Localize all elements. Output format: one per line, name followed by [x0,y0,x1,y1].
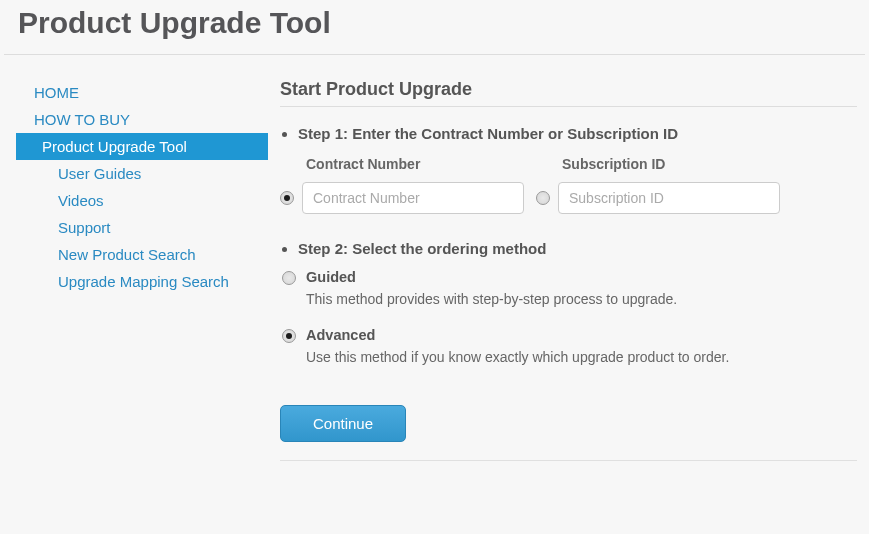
guided-text: Guided This method provides with step-by… [306,269,677,307]
main-content: Start Product Upgrade Step 1: Enter the … [280,79,869,461]
contract-label: Contract Number [304,156,524,172]
advanced-text: Advanced Use this method if you know exa… [306,327,729,365]
guided-name: Guided [306,269,677,285]
advanced-name: Advanced [306,327,729,343]
sidebar: HOME HOW TO BUY Product Upgrade Tool Use… [0,79,280,461]
guided-radio[interactable] [282,271,296,285]
bottom-divider [280,460,857,461]
subscription-input[interactable] [558,182,780,214]
subscription-group: Subscription ID [536,156,780,214]
method-guided[interactable]: Guided This method provides with step-by… [282,271,861,307]
main-container: HOME HOW TO BUY Product Upgrade Tool Use… [0,55,869,461]
subscription-radio[interactable] [536,191,550,205]
contract-radio[interactable] [280,191,294,205]
continue-button[interactable]: Continue [280,405,406,442]
page-title: Product Upgrade Tool [0,0,869,54]
section-heading: Start Product Upgrade [280,79,857,107]
method-advanced[interactable]: Advanced Use this method if you know exa… [282,329,861,365]
subscription-label: Subscription ID [560,156,780,172]
sidebar-item-product-upgrade-tool[interactable]: Product Upgrade Tool [16,133,268,160]
advanced-radio[interactable] [282,329,296,343]
sidebar-item-how-to-buy[interactable]: HOW TO BUY [20,106,280,133]
sidebar-item-upgrade-mapping-search[interactable]: Upgrade Mapping Search [20,268,280,295]
step-1-heading: Step 1: Enter the Contract Number or Sub… [298,125,861,142]
sidebar-item-user-guides[interactable]: User Guides [20,160,280,187]
contract-group: Contract Number [280,156,524,214]
step-2-heading: Step 2: Select the ordering method [298,240,861,257]
sidebar-item-home[interactable]: HOME [20,79,280,106]
sidebar-item-support[interactable]: Support [20,214,280,241]
advanced-desc: Use this method if you know exactly whic… [306,349,729,365]
sidebar-item-videos[interactable]: Videos [20,187,280,214]
contract-input[interactable] [302,182,524,214]
guided-desc: This method provides with step-by-step p… [306,291,677,307]
inputs-row: Contract Number Subscription ID [280,156,861,214]
sidebar-item-new-product-search[interactable]: New Product Search [20,241,280,268]
